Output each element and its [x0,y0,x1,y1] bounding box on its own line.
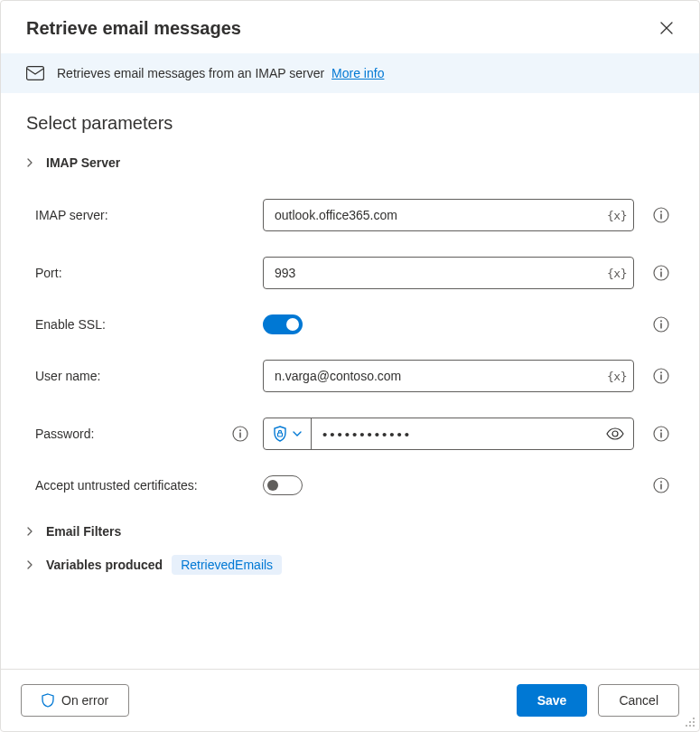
svg-point-5 [660,268,662,270]
info-icon[interactable] [649,368,674,384]
resize-grip-icon[interactable] [685,717,695,727]
more-info-link[interactable]: More info [331,66,384,80]
password-label: Password: [35,426,248,442]
imap-server-input[interactable] [263,199,634,231]
password-group [263,418,634,450]
svg-rect-9 [660,324,662,329]
info-icon[interactable] [649,477,674,493]
mail-icon [26,66,44,80]
group-variables-produced[interactable]: Variables produced RetrievedEmails [23,555,674,575]
username-input[interactable] [263,360,634,392]
chevron-right-icon [23,524,37,539]
svg-rect-20 [660,433,662,438]
enable-ssl-toggle[interactable] [263,314,303,334]
group-imap-label: IMAP Server [46,155,120,170]
svg-point-24 [693,718,695,719]
field-port: Port: {x} [35,244,674,302]
banner-text: Retrieves email messages from an IMAP se… [57,66,384,80]
password-input[interactable] [312,418,597,449]
field-accept-untrusted: Accept untrusted certificates: [35,463,674,508]
svg-rect-3 [660,214,662,220]
svg-rect-0 [27,67,44,80]
imap-fields: IMAP server: {x} Port: {x} [26,186,674,524]
svg-point-19 [660,429,662,431]
eye-icon [606,427,624,440]
svg-point-11 [660,371,662,373]
svg-rect-15 [239,433,241,438]
shield-icon [42,693,54,708]
imap-server-label: IMAP server: [35,208,248,222]
fx-button[interactable]: {x} [607,209,627,222]
field-enable-ssl: Enable SSL: [35,302,674,347]
reveal-password-button[interactable] [597,418,633,449]
svg-point-28 [689,725,691,727]
svg-point-29 [686,725,687,727]
username-label: User name: [35,369,248,383]
group-variables-label: Variables produced [46,558,163,572]
dialog-footer: On error Save Cancel [1,669,699,731]
variable-chip-retrieved-emails[interactable]: RetrievedEmails [172,555,282,575]
field-username: User name: {x} [35,347,674,405]
chevron-right-icon [23,155,37,170]
svg-rect-23 [660,484,662,490]
cancel-button[interactable]: Cancel [598,684,679,717]
svg-point-17 [612,431,618,436]
field-imap-server: IMAP server: {x} [35,186,674,244]
dialog-header: Retrieve email messages [1,1,699,53]
svg-rect-12 [660,375,662,380]
info-icon[interactable] [649,316,674,333]
info-banner: Retrieves email messages from an IMAP se… [1,53,699,93]
svg-point-25 [693,721,695,723]
fx-button[interactable]: {x} [607,267,627,280]
shield-lock-icon [273,426,287,442]
port-label: Port: [35,266,248,280]
dialog-content: Select parameters IMAP Server IMAP serve… [1,93,699,669]
svg-point-22 [660,481,662,483]
port-input[interactable] [263,257,634,289]
accept-untrusted-toggle[interactable] [263,475,303,495]
chevron-right-icon [23,558,37,572]
enable-ssl-label: Enable SSL: [35,317,248,332]
save-button[interactable]: Save [517,684,588,717]
info-icon[interactable] [649,265,674,281]
svg-point-26 [689,721,691,723]
svg-point-14 [239,429,241,431]
retrieve-email-dialog: Retrieve email messages Retrieves email … [0,0,700,732]
group-imap-server[interactable]: IMAP Server [23,155,674,170]
svg-rect-6 [660,272,662,277]
svg-rect-16 [278,433,283,436]
field-password: Password: [35,405,674,463]
dialog-title: Retrieve email messages [26,18,241,39]
accept-untrusted-label: Accept untrusted certificates: [35,478,248,493]
chevron-down-icon [293,429,302,438]
svg-point-27 [693,725,695,727]
credential-picker-button[interactable] [264,418,312,449]
group-filters-label: Email Filters [46,524,121,539]
svg-point-8 [660,320,662,322]
info-icon[interactable] [649,426,674,442]
svg-point-2 [660,211,662,212]
fx-button[interactable]: {x} [607,370,627,383]
on-error-button[interactable]: On error [21,684,129,717]
close-button[interactable] [654,15,679,41]
info-icon[interactable] [649,207,674,223]
section-heading: Select parameters [26,113,674,134]
info-icon[interactable] [232,426,248,442]
close-icon [660,22,673,34]
group-email-filters[interactable]: Email Filters [23,524,674,539]
